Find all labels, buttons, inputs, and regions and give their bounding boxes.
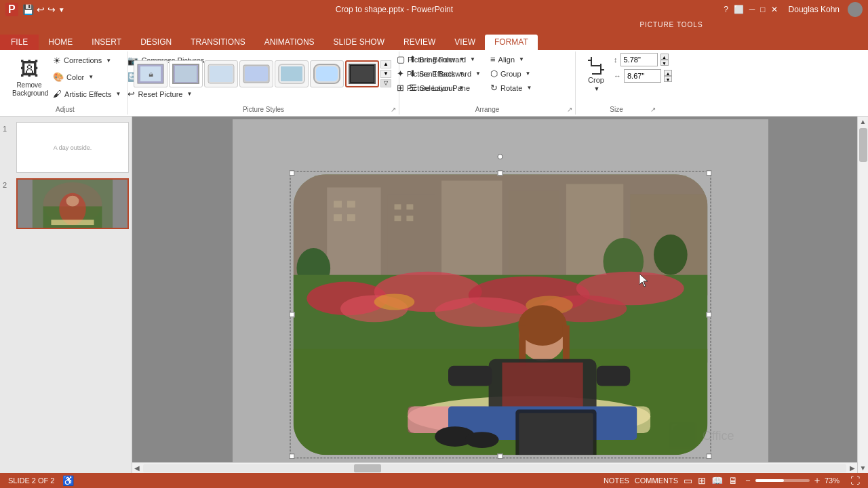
zoom-in-icon[interactable]: ＋ [812,474,822,487]
slide-count: SLIDE 2 OF 2 [8,476,54,485]
tab-design[interactable]: DESIGN [131,35,181,50]
align-label: Align [498,56,515,64]
style-item-5[interactable] [275,60,309,87]
scroll-up-arrow[interactable]: ▲ [858,118,868,125]
slide-sorter-icon[interactable]: ⊞ [698,475,706,486]
corrections-dropdown-icon[interactable]: ▼ [106,58,111,64]
maximize-icon[interactable]: □ [760,5,765,14]
color-button[interactable]: 🎨 Color ▼ [50,70,123,83]
customize-qat-icon[interactable]: ▼ [58,6,65,14]
handle-top-left[interactable] [289,170,294,176]
handle-middle-left[interactable] [289,312,294,317]
artistic-effects-dropdown-icon[interactable]: ▼ [115,91,121,97]
bring-forward-dropdown-icon[interactable]: ▼ [470,56,475,62]
crop-dropdown-icon[interactable]: ▼ [594,85,600,92]
rotate-handle[interactable] [498,154,503,159]
scroll-down-arrow[interactable]: ▼ [858,464,868,472]
tab-home[interactable]: HOME [39,35,82,50]
help-icon[interactable]: ? [724,5,728,14]
artistic-effects-button[interactable]: 🖌 Artistic Effects ▼ [50,87,123,100]
gallery-arrow-up[interactable]: ▲ [380,60,391,68]
style-item-3[interactable] [204,60,238,87]
handle-middle-right[interactable] [706,312,711,317]
color-dropdown-icon[interactable]: ▼ [88,74,94,80]
width-input[interactable] [624,69,661,83]
selection-pane-button[interactable]: ☰ Selection Pane [405,81,485,94]
gallery-arrow-down[interactable]: ▼ [380,70,391,78]
style-item-6[interactable] [310,60,344,87]
style-item-1[interactable]: 🏔 [134,60,167,87]
size-expand-icon[interactable]: ↗ [650,106,656,113]
width-up-spinner[interactable]: ▲ [664,70,672,76]
undo-icon[interactable]: ↩ [37,4,45,15]
scroll-thumb[interactable] [859,128,867,162]
save-icon[interactable]: 💾 [22,4,34,15]
handle-bottom-center[interactable] [498,453,503,459]
ribbon-display-icon[interactable]: ⬜ [734,5,744,14]
zoom-control[interactable]: － ＋ 73% [743,474,845,487]
zoom-slider[interactable] [755,479,810,482]
send-backward-button[interactable]: ⬇ Send Backward ▼ [405,67,485,80]
rotate-dropdown-icon[interactable]: ▼ [526,85,532,91]
photo-content [293,174,707,455]
accessibility-icon[interactable]: ♿ [62,475,74,486]
handle-top-right[interactable] [706,170,711,176]
tab-format[interactable]: FORMAT [485,35,538,50]
handle-top-center[interactable] [498,170,503,176]
notes-button[interactable]: NOTES [604,476,629,485]
height-up-spinner[interactable]: ▲ [660,54,669,60]
normal-view-icon[interactable]: ▭ [684,475,692,486]
height-down-spinner[interactable]: ▼ [660,60,669,66]
presenter-view-icon[interactable]: 🖥 [728,475,738,486]
tab-animations[interactable]: ANIMATIONS [255,35,324,50]
slide-thumbnail-1[interactable]: 1 A day outside. [3,122,129,173]
close-icon[interactable]: ✕ [771,5,778,14]
slide-image-1[interactable]: A day outside. [16,122,129,173]
slide-thumbnail-2[interactable]: 2 [3,178,129,229]
group-dropdown-icon[interactable]: ▼ [526,70,531,77]
align-button[interactable]: ≡ Align ▼ [486,53,536,66]
svg-rect-19 [588,60,591,61]
redo-icon[interactable]: ↪ [47,4,56,15]
scroll-left-arrow[interactable]: ◀ [132,464,142,472]
tab-review[interactable]: REVIEW [394,35,445,50]
tab-insert[interactable]: INSERT [82,35,131,50]
horizontal-scroll-thumb[interactable] [354,464,381,472]
selected-image-container[interactable] [292,173,709,456]
crop-button[interactable]: Crop ▼ [581,53,611,102]
tab-slideshow[interactable]: SLIDE SHOW [324,35,394,50]
style-item-4[interactable] [239,60,273,87]
rotate-button[interactable]: ↻ Rotate ▼ [486,81,536,94]
vertical-scrollbar[interactable]: ▲ ▼ [857,117,868,473]
quick-access-toolbar[interactable]: 💾 ↩ ↪ ▼ [22,4,65,15]
svg-rect-8 [245,66,268,81]
send-backward-dropdown-icon[interactable]: ▼ [475,70,481,77]
tab-transitions[interactable]: TRANSITIONS [181,35,255,50]
handle-bottom-right[interactable] [706,453,711,459]
handle-bottom-left[interactable] [289,453,294,459]
style-item-7[interactable] [345,60,379,87]
style-item-2[interactable] [169,60,203,87]
horizontal-scrollbar[interactable]: ◀ ▶ [132,462,857,473]
align-dropdown-icon[interactable]: ▼ [519,56,524,62]
slide-image-2[interactable] [16,178,129,229]
reading-view-icon[interactable]: 📖 [711,475,723,486]
fit-slide-icon[interactable]: ⛶ [850,475,860,486]
picture-styles-group-label: Picture Styles [128,106,399,113]
corrections-button[interactable]: ☀ Corrections ▼ [50,54,123,67]
zoom-out-icon[interactable]: － [743,474,753,487]
tab-file[interactable]: FILE [0,35,39,50]
tab-view[interactable]: VIEW [445,35,485,50]
gallery-arrow-more[interactable]: ▽ [380,79,391,87]
gallery-scroll-arrows[interactable]: ▲ ▼ ▽ [380,60,391,87]
bring-forward-button[interactable]: ⬆ Bring Forward ▼ [405,53,485,66]
group-button[interactable]: ⬡ Group ▼ [486,67,536,80]
width-down-spinner[interactable]: ▼ [664,76,672,82]
minimize-icon[interactable]: ─ [749,5,755,14]
scroll-right-arrow[interactable]: ▶ [848,464,857,472]
height-input[interactable] [620,53,658,66]
remove-background-button[interactable]: 🖼 Remove Background [8,53,50,102]
comments-button[interactable]: COMMENTS [635,476,678,485]
zoom-level[interactable]: 73% [825,476,845,485]
svg-rect-18 [592,73,601,75]
